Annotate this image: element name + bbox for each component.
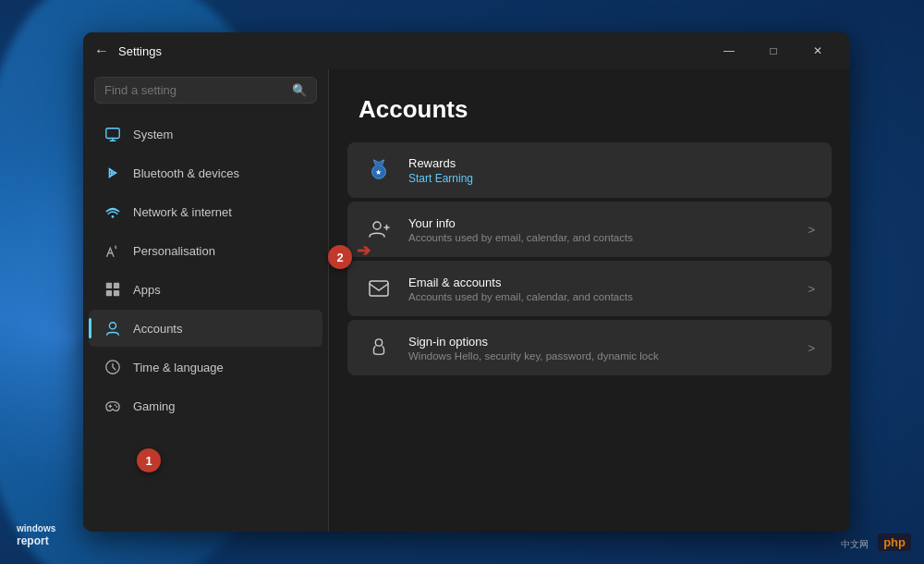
your-info-text: Your info Accounts used by email, calend…: [408, 216, 793, 243]
email-icon: [364, 274, 394, 303]
sign-in-title: Sign-in options: [408, 335, 793, 349]
sidebar-item-apps[interactable]: Apps: [89, 271, 322, 308]
sign-in-text: Sign-in options Windows Hello, security …: [408, 335, 793, 362]
your-info-chevron: >: [808, 223, 815, 237]
maximize-button[interactable]: □: [752, 37, 795, 65]
apps-icon: [103, 280, 122, 299]
email-accounts-item[interactable]: Email & accounts Accounts used by email,…: [347, 261, 832, 316]
svg-point-9: [116, 406, 118, 408]
watermark-right-php: php: [878, 533, 911, 551]
badge-1: 1: [137, 448, 161, 472]
network-icon: [103, 202, 122, 221]
your-info-icon: [364, 215, 394, 244]
svg-rect-0: [106, 129, 119, 139]
svg-point-12: [373, 222, 381, 229]
email-accounts-card: Email & accounts Accounts used by email,…: [347, 261, 832, 316]
sidebar-item-time-label: Time & language: [133, 361, 224, 374]
search-input[interactable]: [104, 83, 292, 97]
search-icon: 🔍: [292, 83, 307, 97]
sidebar-item-network[interactable]: Network & internet: [89, 193, 322, 230]
watermark-site: 中文网: [841, 538, 869, 551]
sidebar-item-personalisation[interactable]: Personalisation: [89, 232, 322, 269]
sidebar-item-system-label: System: [133, 128, 173, 141]
your-info-item[interactable]: Your info Accounts used by email, calend…: [347, 202, 832, 257]
rewards-desc: Start Earning: [408, 172, 815, 185]
system-icon: [103, 125, 122, 143]
your-info-title: Your info: [408, 216, 793, 230]
sidebar-item-bluetooth[interactable]: Bluetooth & devices: [89, 154, 322, 191]
svg-point-1: [112, 215, 115, 218]
svg-rect-2: [106, 283, 112, 288]
sidebar-item-network-label: Network & internet: [133, 205, 232, 219]
bluetooth-icon: [103, 164, 122, 182]
sidebar: 🔍 System Bluet: [83, 69, 328, 532]
close-button[interactable]: ✕: [796, 37, 839, 65]
your-info-desc: Accounts used by email, calendar, and co…: [408, 232, 793, 243]
sidebar-item-accounts[interactable]: Accounts: [89, 310, 322, 347]
svg-rect-5: [114, 290, 119, 296]
window-title: Settings: [118, 44, 708, 58]
rewards-card: ★ Rewards Start Earning: [347, 142, 832, 198]
svg-point-6: [109, 323, 116, 329]
sign-in-card: Sign-in options Windows Hello, security …: [347, 320, 832, 375]
svg-rect-4: [106, 290, 112, 296]
accounts-icon: [103, 319, 122, 337]
sidebar-item-accounts-label: Accounts: [133, 322, 182, 336]
minimize-button[interactable]: —: [708, 37, 750, 65]
sidebar-item-time[interactable]: Time & language: [89, 349, 322, 386]
email-accounts-chevron: >: [808, 282, 815, 296]
email-accounts-text: Email & accounts Accounts used by email,…: [408, 276, 793, 302]
settings-list: ★ Rewards Start Earning: [329, 142, 850, 398]
your-info-card: Your info Accounts used by email, calend…: [347, 202, 832, 257]
svg-point-8: [115, 404, 116, 406]
rewards-item[interactable]: ★ Rewards Start Earning: [347, 142, 832, 198]
rewards-icon: ★: [364, 155, 394, 185]
rewards-title: Rewards: [408, 156, 815, 170]
sign-in-desc: Windows Hello, security key, password, d…: [408, 350, 793, 362]
badge-2: 2: [328, 245, 352, 269]
window-controls: — □ ✕: [708, 37, 839, 65]
page-title: Accounts: [329, 69, 850, 142]
svg-rect-3: [114, 283, 119, 288]
svg-rect-13: [370, 281, 388, 296]
sidebar-item-bluetooth-label: Bluetooth & devices: [133, 166, 239, 180]
time-icon: [103, 358, 122, 376]
search-box[interactable]: 🔍: [94, 77, 317, 104]
sidebar-item-gaming-label: Gaming: [133, 399, 176, 413]
sign-in-chevron: >: [808, 341, 815, 355]
watermark-left: windows report: [17, 523, 55, 547]
email-accounts-title: Email & accounts: [408, 276, 793, 289]
sidebar-item-gaming[interactable]: Gaming: [89, 387, 322, 424]
sign-in-icon: [364, 333, 394, 362]
gaming-icon: [103, 397, 122, 415]
sidebar-item-apps-label: Apps: [133, 283, 161, 297]
svg-text:★: ★: [375, 167, 382, 177]
settings-window: ← Settings — □ ✕ 🔍 Sy: [83, 32, 850, 532]
personalisation-icon: [103, 241, 122, 260]
content-area: 🔍 System Bluet: [83, 69, 850, 532]
sidebar-item-personalisation-label: Personalisation: [133, 244, 215, 258]
sidebar-item-system[interactable]: System: [89, 116, 322, 153]
rewards-text: Rewards Start Earning: [408, 156, 815, 185]
titlebar: ← Settings — □ ✕: [83, 32, 850, 69]
back-button[interactable]: ←: [94, 43, 109, 59]
main-panel: Accounts ★ Rew: [329, 69, 850, 532]
sign-in-item[interactable]: Sign-in options Windows Hello, security …: [347, 320, 832, 375]
email-accounts-desc: Accounts used by email, calendar, and co…: [408, 291, 793, 302]
